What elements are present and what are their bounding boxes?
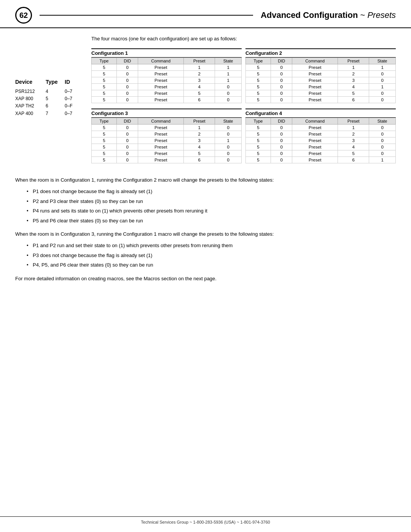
device-col-header: Device (15, 79, 42, 85)
table-cell: 1 (215, 137, 242, 144)
table-cell: 0 (369, 144, 396, 150)
config-title-3: Configuration 3 (91, 109, 242, 118)
table-cell: 1 (184, 64, 215, 71)
config-panel: Configuration 1TypeDIDCommandPresetState… (91, 48, 396, 169)
device-row: XAP 80050–7 (15, 95, 91, 102)
table-cell: 0 (117, 131, 138, 137)
page-title-bold: Advanced Configuration (261, 10, 358, 20)
config-block-2: Configuration 2TypeDIDCommandPresetState… (245, 48, 396, 103)
table-cell: 5 (184, 150, 215, 157)
table-cell: 5 (246, 137, 271, 144)
table-cell: 5 (92, 77, 117, 84)
table-cell: 0 (117, 157, 138, 163)
page-title-light: Presets (367, 10, 396, 20)
device-row: XAP TH260–F (15, 102, 91, 110)
device-id: 0–F (65, 102, 80, 110)
table-cell: 5 (246, 150, 271, 157)
bullet-list-1: P1 does not change because the flag is a… (27, 188, 396, 224)
table-cell: 1 (184, 125, 215, 131)
table-row: 50Preset40 (92, 84, 242, 90)
page-title: Advanced Configuration ~ Presets (261, 10, 396, 20)
table-cell: 0 (215, 97, 242, 103)
config-table-3: TypeDIDCommandPresetState50Preset1050Pre… (91, 118, 242, 163)
table-row: 50Preset31 (92, 77, 242, 84)
table-header-cell: Preset (338, 58, 369, 64)
table-cell: 0 (271, 71, 292, 77)
table-cell: 4 (338, 84, 369, 90)
main-layout: Device Type ID PSR121240–7XAP 80050–7XAP… (15, 48, 396, 169)
table-cell: 0 (117, 97, 138, 103)
table-cell: 0 (117, 71, 138, 77)
config-table-4: TypeDIDCommandPresetState50Preset1050Pre… (245, 118, 396, 163)
page-footer: Technical Services Group ~ 1-800-283-593… (0, 516, 411, 524)
table-cell: 1 (338, 64, 369, 71)
page-title-separator: ~ (358, 10, 367, 20)
table-row: 50Preset11 (246, 64, 396, 71)
table-cell: Preset (138, 84, 184, 90)
table-cell: Preset (292, 137, 338, 144)
footer-text: Technical Services Group ~ 1-800-283-593… (141, 520, 270, 524)
table-cell: Preset (292, 97, 338, 103)
table-cell: 5 (92, 97, 117, 103)
table-cell: Preset (292, 144, 338, 150)
table-row: 50Preset10 (92, 125, 242, 131)
table-header-cell: Preset (184, 118, 215, 125)
config-block-4: Configuration 4TypeDIDCommandPresetState… (245, 109, 396, 163)
table-cell: 5 (338, 150, 369, 157)
bullet-item: P3 does not change because the flag is a… (27, 252, 396, 259)
type-col-header: Type (46, 79, 61, 85)
table-cell: Preset (138, 71, 184, 77)
device-type: 4 (46, 88, 61, 95)
table-cell: Preset (138, 77, 184, 84)
table-cell: 6 (184, 97, 215, 103)
table-cell: 0 (117, 84, 138, 90)
table-cell: Preset (138, 64, 184, 71)
table-cell: Preset (138, 131, 184, 137)
table-cell: Preset (292, 90, 338, 97)
device-name: XAP TH2 (15, 102, 42, 110)
table-cell: 0 (369, 90, 396, 97)
config-block-1: Configuration 1TypeDIDCommandPresetState… (91, 48, 242, 103)
device-id: 0–7 (65, 95, 80, 102)
table-cell: 3 (338, 137, 369, 144)
table-cell: 4 (184, 144, 215, 150)
table-cell: 0 (117, 77, 138, 84)
table-row: 50Preset50 (92, 150, 242, 157)
body-section-2: When the room is in Configuration 3, run… (15, 230, 396, 269)
table-header-cell: State (369, 118, 396, 125)
table-cell: 0 (117, 90, 138, 97)
bullet-item: P2 and P3 clear their states (0) so they… (27, 198, 396, 205)
table-cell: 0 (369, 137, 396, 144)
table-cell: 5 (92, 144, 117, 150)
table-cell: 5 (92, 131, 117, 137)
table-cell: 5 (246, 125, 271, 131)
table-header-cell: Type (246, 118, 271, 125)
body-paragraph-1: When the room is in Configuration 1, run… (15, 176, 396, 184)
table-header-cell: Command (292, 58, 338, 64)
table-cell: 0 (117, 144, 138, 150)
device-rows: PSR121240–7XAP 80050–7XAP TH260–FXAP 400… (15, 88, 91, 117)
bullet-item: P1 does not change because the flag is a… (27, 188, 396, 195)
table-cell: Preset (138, 144, 184, 150)
bullet-list-2: P1 and P2 run and set their state to on … (27, 242, 396, 269)
device-name: XAP 800 (15, 95, 42, 102)
table-cell: Preset (138, 150, 184, 157)
table-cell: Preset (138, 125, 184, 131)
table-row: 50Preset50 (92, 90, 242, 97)
table-cell: Preset (292, 71, 338, 77)
table-row: 50Preset60 (92, 157, 242, 163)
table-row: 50Preset40 (246, 144, 396, 150)
table-cell: Preset (292, 131, 338, 137)
table-row: 50Preset40 (92, 144, 242, 150)
table-row: 50Preset20 (246, 71, 396, 77)
table-cell: Preset (138, 157, 184, 163)
table-cell: 0 (215, 131, 242, 137)
table-row: 50Preset11 (92, 64, 242, 71)
table-cell: 5 (92, 84, 117, 90)
table-header-cell: DID (117, 118, 138, 125)
table-header-cell: DID (271, 118, 292, 125)
device-row: XAP 40070–7 (15, 110, 91, 117)
table-cell: 0 (215, 90, 242, 97)
table-cell: 0 (369, 97, 396, 103)
table-header-cell: Type (92, 58, 117, 64)
